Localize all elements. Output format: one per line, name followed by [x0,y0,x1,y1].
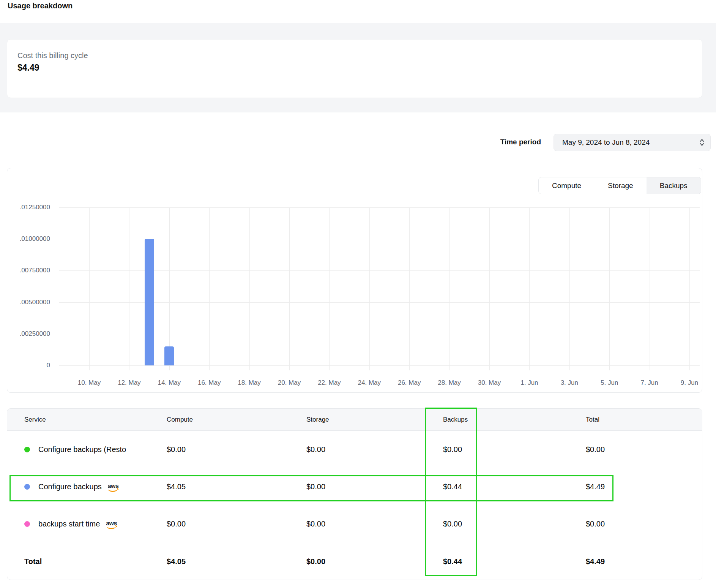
header-service: Service [17,409,46,430]
service-name: Configure backups [38,482,102,491]
storage-cost: $0.00 [300,431,325,468]
total-cost: $0.00 [579,431,605,468]
service-color-dot [24,447,30,452]
billing-cost-card: Cost this billing cycle $4.49 [7,39,702,98]
usage-chart-card: Compute Storage Backups [7,168,702,393]
tab-backups[interactable]: Backups [647,177,701,194]
tab-compute[interactable]: Compute [539,177,595,194]
total-storage: $0.00 [300,542,325,580]
page-title: Usage breakdown [8,2,73,10]
header-total: Total [579,409,599,430]
usage-breakdown-page: Usage breakdown Cost this billing cycle … [0,0,716,588]
service-name: backups start time [38,520,100,528]
backups-cost: $0.00 [436,431,462,468]
service-color-dot [24,521,30,527]
billing-cost-value: $4.49 [17,63,39,73]
time-period-label: Time period [450,138,541,146]
table-header-row: Service Compute Storage Backups Total [7,409,702,431]
time-period-value: May 9, 2024 to Jun 8, 2024 [562,138,650,147]
total-cost: $4.49 [579,468,605,505]
backups-cost: $0.44 [436,468,462,505]
billing-summary-section: Cost this billing cycle $4.49 [0,23,716,112]
compute-cost: $0.00 [160,431,186,468]
header-compute: Compute [160,409,193,430]
tab-storage[interactable]: Storage [595,177,647,194]
header-backups: Backups [436,409,468,430]
chart-tab-group: Compute Storage Backups [538,177,701,194]
compute-cost: $4.05 [160,468,186,505]
total-cost: $0.00 [579,505,605,542]
storage-cost: $0.00 [300,468,325,505]
backups-cost: $0.00 [436,505,462,542]
compute-cost: $0.00 [160,505,186,542]
aws-icon: aws [108,484,118,492]
total-backups: $0.44 [436,542,462,580]
total-row-label: Total [17,542,42,580]
up-down-chevrons-icon [699,138,705,147]
aws-icon: aws [106,521,117,529]
total-compute: $4.05 [160,542,186,580]
usage-table: Service Compute Storage Backups Total Co… [7,408,702,580]
storage-cost: $0.00 [300,505,325,542]
table-row: backups start time aws $0.00 $0.00 $0.00… [7,505,702,542]
billing-cost-label: Cost this billing cycle [17,51,88,60]
table-total-row: Total $4.05 $0.00 $0.44 $4.49 [7,542,702,580]
service-name: Configure backups (Resto [38,445,126,454]
header-storage: Storage [300,409,329,430]
service-color-dot [24,484,30,490]
table-row: Configure backups aws $4.05 $0.00 $0.44 … [7,468,702,505]
time-period-select[interactable]: May 9, 2024 to Jun 8, 2024 [554,134,711,151]
total-total: $4.49 [579,542,605,580]
table-row: Configure backups (Resto $0.00 $0.00 $0.… [7,431,702,468]
